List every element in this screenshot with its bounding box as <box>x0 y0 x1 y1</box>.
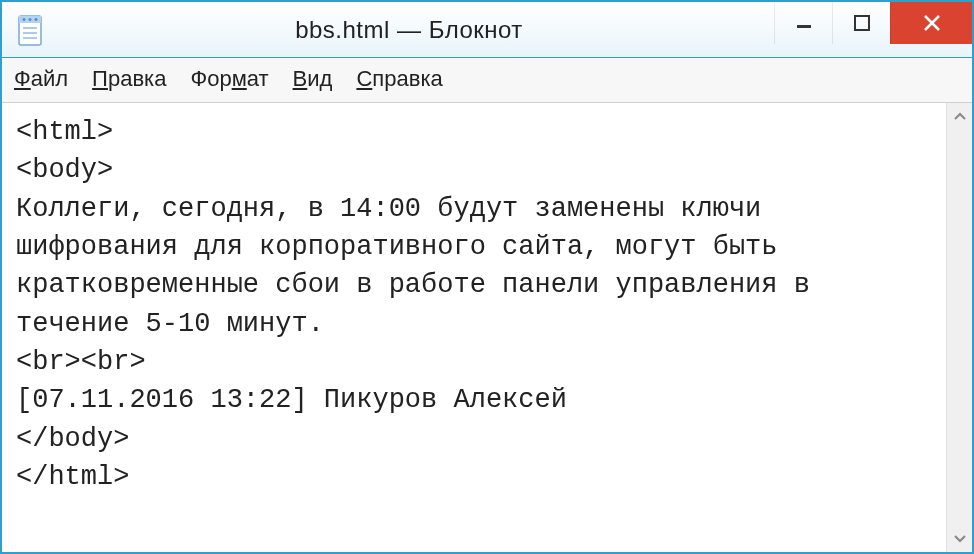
notepad-icon <box>16 12 44 48</box>
menu-edit[interactable]: Правка <box>92 66 166 92</box>
menu-format[interactable]: Формат <box>190 66 268 92</box>
svg-rect-8 <box>797 25 811 28</box>
svg-point-4 <box>35 18 38 21</box>
minimize-button[interactable] <box>774 2 832 44</box>
scroll-down-icon[interactable] <box>947 526 972 552</box>
menu-help[interactable]: Справка <box>356 66 442 92</box>
scroll-up-icon[interactable] <box>947 103 972 129</box>
svg-point-3 <box>29 18 32 21</box>
maximize-button[interactable] <box>832 2 890 44</box>
text-editor[interactable]: <html> <body> Коллеги, сегодня, в 14:00 … <box>2 103 946 552</box>
window-frame: bbs.html — Блокнот Файл Правка Формат Ви… <box>0 0 974 554</box>
menu-file[interactable]: Файл <box>14 66 68 92</box>
window-controls <box>774 2 972 44</box>
svg-point-2 <box>23 18 26 21</box>
titlebar[interactable]: bbs.html — Блокнот <box>2 2 972 58</box>
menubar: Файл Правка Формат Вид Справка <box>2 58 972 103</box>
svg-rect-9 <box>855 16 869 30</box>
vertical-scrollbar[interactable] <box>946 103 972 552</box>
close-button[interactable] <box>890 2 972 44</box>
window-title: bbs.html — Блокнот <box>44 16 774 44</box>
menu-view[interactable]: Вид <box>293 66 333 92</box>
content-area: <html> <body> Коллеги, сегодня, в 14:00 … <box>2 103 972 552</box>
